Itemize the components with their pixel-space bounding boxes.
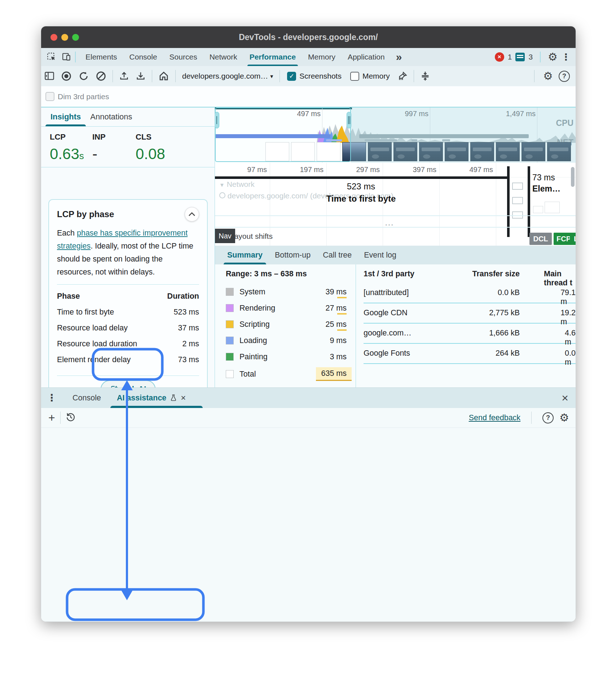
phase-column: Phase — [57, 292, 80, 301]
tab-application[interactable]: Application — [348, 48, 385, 66]
capture-settings-gear-icon[interactable]: ⚙ — [543, 71, 553, 82]
ttfb-span-bar — [215, 176, 508, 179]
phase-row: Time to first byte 523 ms — [57, 304, 199, 320]
duration-column: Duration — [167, 292, 199, 301]
issues-icon[interactable] — [515, 53, 525, 61]
phase-name: Resource load duration — [57, 339, 137, 348]
memory-label: Memory — [362, 72, 390, 80]
inspect-icon[interactable] — [47, 52, 56, 62]
home-icon[interactable] — [158, 71, 169, 82]
upload-profile-icon[interactable] — [119, 71, 129, 81]
collapse-card-button[interactable] — [185, 207, 199, 221]
more-tabs-icon[interactable]: » — [396, 51, 402, 63]
checkbox-checked-icon: ✓ — [287, 72, 296, 81]
flask-icon — [170, 394, 177, 402]
network-section-label[interactable]: ▼ Network — [219, 180, 255, 189]
close-drawer-icon[interactable]: × — [562, 391, 568, 405]
party-cell: Google Fonts — [364, 349, 410, 358]
phase-name: Element render delay — [57, 355, 131, 364]
history-icon[interactable] — [66, 412, 76, 423]
layout-shifts-label[interactable]: Layout shifts — [230, 232, 273, 241]
collect-garbage-icon[interactable] — [397, 71, 408, 81]
metric-cls: CLS 0.08 — [136, 132, 165, 163]
table-row[interactable]: google.com… 1,666 kB 4.6 m — [364, 324, 576, 344]
legend-row: Rendering 27 ms — [226, 301, 347, 315]
tab-annotations[interactable]: Annotations — [90, 107, 132, 126]
drawer-tab-bar: ⋮ Console AI assistance × × — [41, 388, 576, 408]
tab-memory[interactable]: Memory — [308, 48, 335, 66]
divider — [113, 70, 113, 82]
menu-kebab-icon[interactable]: ⋮ — [561, 52, 571, 63]
devtools-tab-bar: Elements Console Sources Network Perform… — [41, 48, 576, 66]
performance-toolbar: developers.google.com… ▾ ✓ Screenshots M… — [41, 66, 576, 86]
lcp-marker[interactable]: L — [570, 233, 576, 245]
tab-call-tree[interactable]: Call tree — [323, 246, 352, 264]
send-feedback-link[interactable]: Send feedback — [469, 413, 520, 422]
dim-3rd-parties-checkbox[interactable]: Dim 3rd parties — [45, 92, 109, 101]
memory-checkbox[interactable]: Memory — [350, 72, 390, 81]
selection-left-handle[interactable] — [215, 112, 219, 128]
drawer-tab-console[interactable]: Console — [72, 394, 101, 403]
ai-assistance-label: AI assistance — [117, 394, 166, 403]
tab-console[interactable]: Console — [129, 48, 157, 66]
legend-value: 27 ms — [325, 304, 347, 313]
toggle-sidebar-icon[interactable] — [44, 71, 54, 81]
timeline-overview[interactable]: 497 ms 997 ms 1,497 ms CPU NET — [215, 107, 576, 163]
download-profile-icon[interactable] — [136, 71, 146, 81]
metric-lcp: LCP 0.63s — [50, 132, 84, 163]
summary-panel: Range: 3 ms – 638 ms System 39 ms Render… — [215, 264, 576, 387]
element-thumb — [512, 197, 523, 204]
timeline-tracks[interactable]: 97 ms 197 ms 297 ms 397 ms 497 ms ▼ Netw… — [215, 163, 576, 246]
legend-swatch — [226, 288, 234, 296]
new-chat-icon[interactable]: + — [48, 411, 55, 425]
scrollbar-thumb[interactable] — [571, 167, 575, 187]
drawer-menu-kebab-icon[interactable]: ⋮ — [47, 392, 57, 404]
help-icon[interactable]: ? — [542, 412, 554, 423]
legend-total-value: 635 ms — [316, 367, 352, 381]
reload-record-icon[interactable] — [78, 71, 89, 82]
table-row[interactable]: Google CDN 2,775 kB 19.2 m — [364, 304, 576, 324]
record-icon[interactable] — [61, 71, 72, 82]
device-toolbar-icon[interactable] — [62, 52, 71, 62]
settings-gear-icon[interactable]: ⚙ — [548, 52, 558, 62]
metric-inp: INP - — [92, 132, 106, 163]
lcp-unit: s — [79, 150, 84, 161]
nav-badge: Nav — [215, 229, 235, 243]
tab-elements[interactable]: Elements — [85, 48, 117, 66]
drawer-tab-ai-assistance[interactable]: AI assistance × — [117, 393, 186, 403]
legend-row: System 39 ms — [226, 285, 347, 299]
lcp-by-phase-card[interactable]: LCP by phase Each phase has specific imp… — [48, 199, 208, 403]
help-icon[interactable]: ? — [559, 71, 570, 82]
table-row[interactable]: Google Fonts 264 kB 0.0 m — [364, 344, 576, 364]
phase-duration: 37 ms — [178, 324, 199, 333]
tab-event-log[interactable]: Event log — [364, 246, 396, 264]
tab-performance[interactable]: Performance — [250, 48, 296, 66]
overview-selection-window[interactable] — [215, 107, 351, 162]
error-badge-icon[interactable]: × — [495, 52, 504, 62]
current-url: developers.google.com… — [182, 72, 268, 80]
table-row[interactable]: [unattributed] 0.0 kB 79.1 m — [364, 284, 576, 303]
phase-duration: 2 ms — [182, 339, 199, 348]
navigation-history-select[interactable]: developers.google.com… ▾ — [182, 72, 273, 80]
tab-sources[interactable]: Sources — [170, 48, 197, 66]
desc-text: Each — [57, 229, 77, 237]
expand-tracks-button[interactable]: … — [384, 217, 395, 228]
clear-icon[interactable] — [96, 71, 106, 82]
screenshots-checkbox[interactable]: ✓ Screenshots — [287, 72, 342, 81]
dcl-marker[interactable]: DCL — [529, 233, 552, 245]
axis-tick: 497 ms — [469, 166, 493, 174]
legend-value: 9 ms — [330, 336, 347, 345]
tab-bottom-up[interactable]: Bottom-up — [275, 246, 311, 264]
settings-gear-icon[interactable]: ⚙ — [559, 412, 569, 423]
lcp-label: LCP — [50, 132, 84, 142]
selection-right-handle[interactable] — [347, 112, 351, 128]
divider — [215, 227, 576, 228]
close-tab-icon[interactable]: × — [181, 393, 186, 403]
tab-summary[interactable]: Summary — [227, 246, 263, 264]
legend-value: 3 ms — [330, 352, 347, 361]
tab-network[interactable]: Network — [210, 48, 237, 66]
tab-insights[interactable]: Insights — [50, 107, 81, 126]
collapse-sections-icon[interactable] — [420, 71, 430, 81]
element-thumb — [512, 183, 523, 190]
party-cell: Google CDN — [364, 308, 408, 317]
